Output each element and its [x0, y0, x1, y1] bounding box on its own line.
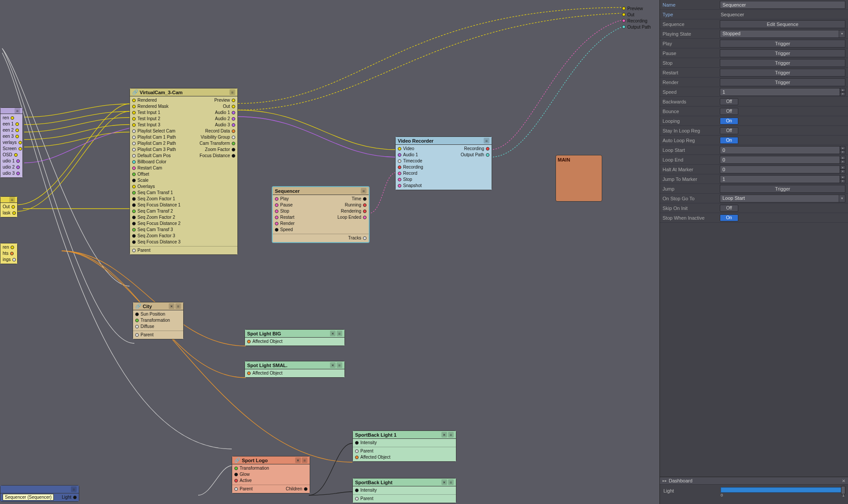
backwards-toggle[interactable]: Off — [720, 98, 738, 105]
node-virtualcam[interactable]: 🔗VirtualCam_3-Cam≡ RenderedPreviewRender… — [130, 88, 238, 255]
menu-icon[interactable]: ≡ — [484, 138, 489, 143]
close-icon[interactable]: × — [441, 479, 447, 485]
chevron-down-icon[interactable]: ▼ — [839, 195, 845, 202]
skip-on-init-toggle[interactable]: Off — [720, 205, 738, 212]
node-title: Spot Light BIG — [247, 331, 281, 336]
dash-light-label: Light — [663, 487, 721, 493]
node-title: City — [143, 304, 152, 309]
menu-icon[interactable]: ≡ — [302, 457, 307, 463]
node-partial-yellow-2[interactable]: ren hts ings — [0, 243, 18, 264]
close-icon[interactable]: × — [441, 432, 447, 438]
node-title: Sport Logo — [242, 458, 268, 463]
halt-at-marker-input[interactable] — [720, 166, 840, 173]
link-icon: 🔗 — [135, 303, 141, 309]
prop-type-label: Type — [663, 12, 720, 17]
menu-icon[interactable]: ≡ — [361, 188, 367, 194]
stay-in-loop-toggle[interactable]: Off — [720, 127, 738, 134]
jump-to-marker-input[interactable] — [720, 175, 840, 183]
menu-icon[interactable]: ≡ — [175, 303, 181, 309]
edit-sequence-button[interactable]: Edit Sequence — [720, 20, 845, 28]
node-sportback-light-1[interactable]: SportBack Light 1×≡ Intensity Parent Aff… — [352, 430, 456, 462]
node-title: Video Recorder — [398, 138, 433, 143]
node-spot-light-smal[interactable]: Spot Light SMAL.×≡ Affected Object — [244, 361, 345, 378]
menu-icon[interactable]: ≡ — [448, 432, 454, 438]
render-trigger-button[interactable]: Trigger — [720, 78, 845, 86]
menu-icon[interactable]: ≡ — [230, 89, 235, 95]
link-icon: 🔗 — [132, 89, 138, 95]
output-preview: Preview — [627, 6, 643, 11]
menu-icon[interactable]: ≡ — [448, 479, 454, 485]
expand-icon[interactable]: ▸▸ — [663, 478, 667, 483]
menu-icon[interactable]: ≡ — [337, 331, 342, 336]
close-icon[interactable]: × — [330, 331, 336, 336]
jump-spinner[interactable]: ▲▼ — [840, 175, 845, 183]
speed-spinner[interactable]: ▲▼ — [840, 88, 845, 96]
close-icon[interactable]: × — [330, 362, 336, 368]
chevron-down-icon[interactable]: ▼ — [839, 30, 845, 38]
output-output-path: Output Path — [627, 25, 651, 29]
node-partial-purple[interactable]: ≡ ren een 1 een 2 een 3 verlays Screen O… — [0, 107, 23, 178]
light-slider[interactable] — [721, 487, 844, 493]
prop-type-value: Sequencer — [720, 12, 744, 17]
loop-start-spinner[interactable]: ▲▼ — [840, 146, 845, 154]
tooltip: Sequencer (Sequencer) — [3, 494, 54, 500]
node-spot-light-big[interactable]: Spot Light BIG×≡ Affected Object — [244, 329, 345, 346]
node-video-recorder[interactable]: Video Recorder≡ VideoRecordingAudio 1Out… — [395, 136, 492, 190]
output-out: Out — [627, 12, 634, 17]
close-icon[interactable]: ✕ — [842, 478, 845, 483]
stop-trigger-button[interactable]: Trigger — [720, 59, 845, 67]
restart-trigger-button[interactable]: Trigger — [720, 69, 845, 77]
play-trigger-button[interactable]: Trigger — [720, 40, 845, 48]
loop-end-input[interactable] — [720, 156, 840, 164]
node-main[interactable]: MAIN — [555, 155, 602, 202]
properties-panel: Name TypeSequencer SequenceEdit Sequence… — [659, 0, 848, 504]
node-title: Sequencer — [275, 188, 300, 194]
playing-state-dropdown[interactable]: Stopped — [720, 30, 839, 38]
node-sequencer[interactable]: Sequencer≡ PlayTimePauseRunningStopRende… — [272, 186, 370, 243]
menu-icon[interactable]: ≡ — [15, 108, 20, 114]
close-icon[interactable]: × — [169, 303, 174, 309]
on-stop-dropdown[interactable]: Loop Start — [720, 195, 839, 202]
stop-when-inactive-toggle[interactable]: On — [720, 214, 738, 221]
node-city[interactable]: 🔗City×≡ Sun Position Transformation Diff… — [133, 302, 184, 339]
halt-spinner[interactable]: ▲▼ — [840, 166, 845, 173]
loop-end-spinner[interactable]: ▲▼ — [840, 156, 845, 164]
node-title: Spot Light SMAL. — [247, 363, 288, 368]
close-icon[interactable]: × — [295, 457, 301, 463]
dashboard-panel: ▸▸Dashboard✕ Light 01 — [660, 477, 848, 504]
speed-input[interactable] — [720, 88, 840, 96]
bounce-toggle[interactable]: Off — [720, 108, 738, 115]
graph-outputs: Preview Out Recording Output Path — [622, 5, 657, 30]
node-graph-canvas[interactable]: Preview Out Recording Output Path ≡ ren … — [0, 0, 659, 504]
jump-trigger-button[interactable]: Trigger — [720, 185, 845, 193]
node-title: VirtualCam_3-Cam — [140, 90, 183, 95]
menu-icon[interactable]: ≡ — [71, 486, 77, 492]
node-sport-logo[interactable]: 🔗Sport Logo×≡ Transformation Glow Active… — [232, 456, 310, 493]
menu-icon[interactable]: ≡ — [337, 362, 342, 368]
loop-start-input[interactable] — [720, 146, 840, 154]
connection-wires — [0, 0, 659, 504]
node-title: SportBack Light 1 — [355, 432, 396, 438]
auto-loop-toggle[interactable]: On — [720, 137, 738, 144]
prop-name-label: Name — [663, 2, 720, 7]
looping-toggle[interactable]: On — [720, 118, 738, 125]
slider-handle[interactable] — [841, 486, 845, 494]
node-title: SportBack Light — [355, 480, 393, 485]
link-icon: 🔗 — [234, 457, 241, 463]
prop-name-input[interactable] — [720, 1, 845, 9]
pause-trigger-button[interactable]: Trigger — [720, 49, 845, 57]
node-partial-yellow-1[interactable]: ≡ Out lask — [0, 196, 18, 217]
output-recording: Recording — [627, 18, 648, 23]
node-sportback-light[interactable]: SportBack Light×≡ Intensity Parent — [352, 478, 456, 503]
